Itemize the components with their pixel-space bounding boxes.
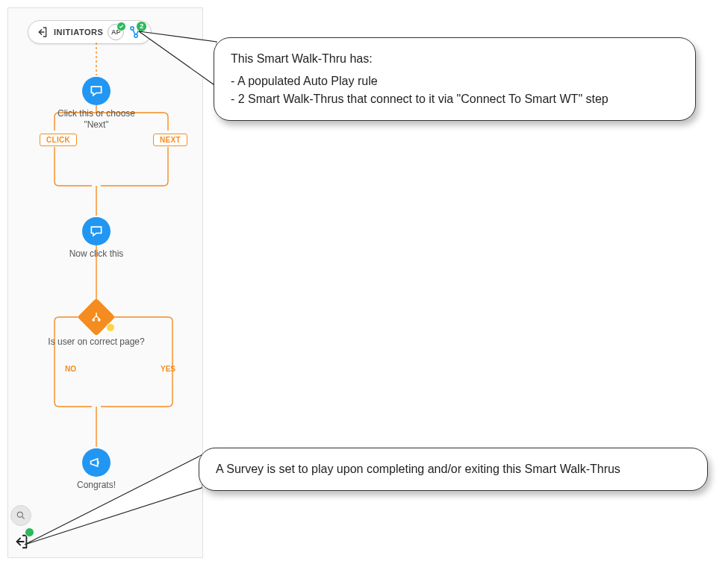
speech-bubble-icon	[89, 224, 104, 239]
flow-editor-panel: INITIATORS AP 2	[7, 7, 203, 558]
step3-label: Congrats!	[44, 480, 149, 491]
branch-label-no: NO	[65, 365, 76, 373]
check-icon	[25, 527, 34, 537]
split-arrows-icon	[90, 310, 103, 324]
callout-top: This Smart Walk-Thru has: - A populated …	[214, 37, 696, 121]
autoplay-badge: AP	[108, 24, 124, 40]
svg-point-9	[17, 512, 22, 517]
connect-to-wt-icon: 2	[128, 25, 143, 40]
callout-top-bullet-2: - 2 Smart Walk-Thrus that connect to it …	[231, 90, 679, 108]
connect-count-badge: 2	[136, 21, 147, 32]
rule-indicator-dot	[106, 323, 115, 332]
exit-arrow-icon	[36, 25, 49, 39]
svg-point-8	[99, 319, 100, 321]
magnifier-icon	[16, 510, 26, 521]
branch-label-yes: YES	[161, 365, 175, 373]
check-icon	[116, 22, 126, 31]
svg-line-10	[22, 517, 25, 519]
initiators-pill[interactable]: INITIATORS AP 2	[28, 20, 152, 44]
svg-point-7	[93, 319, 94, 321]
split-question-label: Is user on correct page?	[44, 336, 149, 348]
speech-bubble-icon	[89, 84, 104, 98]
step-node-step2[interactable]	[82, 217, 111, 245]
megaphone-icon	[89, 455, 104, 470]
step-node-congrats[interactable]	[82, 448, 111, 477]
callout-bottom-text: A Survey is set to play upon completing …	[216, 460, 691, 478]
callout-bottom: A Survey is set to play upon completing …	[199, 448, 708, 491]
zoom-button[interactable]	[10, 505, 31, 526]
step1-label: Click this or choose "Next"	[44, 108, 149, 131]
initiators-label: INITIATORS	[54, 28, 103, 37]
step-node-step1[interactable]	[82, 77, 111, 105]
branch-option-click[interactable]: CLICK	[40, 134, 77, 146]
callout-top-bullet-1: - A populated Auto Play rule	[231, 72, 679, 90]
step2-label: Now click this	[44, 248, 149, 260]
callout-top-heading: This Smart Walk-Thru has:	[231, 50, 679, 68]
exit-trigger-icon[interactable]	[10, 530, 33, 553]
branch-option-next[interactable]: NEXT	[153, 134, 187, 146]
